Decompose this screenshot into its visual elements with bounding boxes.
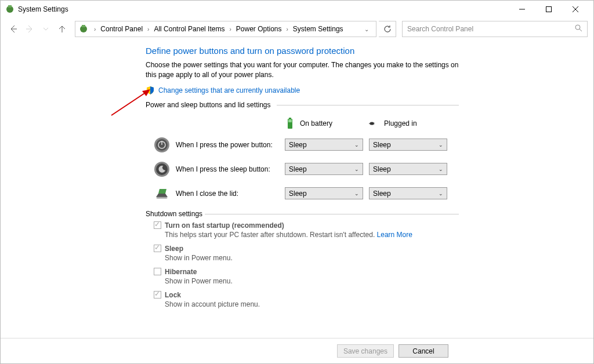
svg-rect-14 xyxy=(289,118,291,119)
change-settings-row: Change settings that are currently unava… xyxy=(146,86,459,95)
page-title: Define power buttons and turn on passwor… xyxy=(146,46,459,56)
section-shutdown: Shutdown settings xyxy=(146,210,459,218)
svg-point-11 xyxy=(575,25,580,30)
breadcrumb-item[interactable]: Power Options xyxy=(235,25,283,33)
chevron-down-icon: ⌄ xyxy=(354,166,359,172)
page-description: Choose the power settings that you want … xyxy=(146,60,459,80)
bottom-bar: Save changes Cancel xyxy=(1,338,593,363)
chevron-right-icon[interactable]: › xyxy=(145,26,151,32)
svg-rect-10 xyxy=(82,25,85,27)
svg-point-16 xyxy=(370,122,374,125)
titlebar: System Settings xyxy=(1,1,593,18)
close-lid-plugged-dropdown[interactable]: Sleep ⌄ xyxy=(369,187,447,199)
main-content: Define power buttons and turn on passwor… xyxy=(146,46,459,314)
chevron-down-icon: ⌄ xyxy=(439,166,443,172)
chevron-down-icon: ⌄ xyxy=(354,142,359,148)
power-button-battery-dropdown[interactable]: Sleep ⌄ xyxy=(285,139,363,151)
lock-item: Lock Show in account picture menu. xyxy=(154,291,459,308)
chevron-right-icon[interactable]: › xyxy=(227,26,233,32)
svg-line-25 xyxy=(111,91,148,115)
recent-button[interactable] xyxy=(39,22,53,36)
col-on-battery: On battery xyxy=(285,117,369,130)
laptop-lid-icon xyxy=(154,185,170,202)
navbar: › Control Panel › All Control Panel Item… xyxy=(1,18,593,40)
close-lid-label: When I close the lid: xyxy=(176,190,238,198)
battery-icon xyxy=(285,117,295,130)
svg-rect-3 xyxy=(546,7,552,12)
breadcrumb-item[interactable]: Control Panel xyxy=(99,25,144,33)
sleep-checkbox[interactable] xyxy=(154,245,161,252)
svg-rect-15 xyxy=(288,119,292,122)
shield-icon xyxy=(146,86,155,95)
search-icon xyxy=(575,24,582,34)
close-lid-row: When I close the lid: Sleep ⌄ Sleep ⌄ xyxy=(146,185,459,202)
cancel-button[interactable]: Cancel xyxy=(399,344,448,358)
chevron-down-icon: ⌄ xyxy=(439,191,443,196)
learn-more-link[interactable]: Learn More xyxy=(377,231,412,239)
chevron-down-icon: ⌄ xyxy=(354,191,359,196)
chevron-down-icon: ⌄ xyxy=(439,142,443,148)
sleep-button-battery-dropdown[interactable]: Sleep ⌄ xyxy=(285,163,363,175)
lock-checkbox[interactable] xyxy=(154,291,161,299)
control-panel-icon xyxy=(79,24,88,34)
address-bar[interactable]: › Control Panel › All Control Panel Item… xyxy=(75,21,376,37)
up-button[interactable] xyxy=(55,22,69,36)
power-button-plugged-dropdown[interactable]: Sleep ⌄ xyxy=(369,139,447,151)
col-plugged-in: Plugged in xyxy=(369,117,453,130)
hibernate-checkbox[interactable] xyxy=(154,268,161,275)
address-dropdown-button[interactable]: ⌄ xyxy=(361,26,372,32)
breadcrumb-item[interactable]: All Control Panel Items xyxy=(153,25,226,33)
chevron-right-icon[interactable]: › xyxy=(92,26,98,32)
hibernate-desc: Show in Power menu. xyxy=(165,277,459,285)
power-button-row: When I press the power button: Sleep ⌄ S… xyxy=(146,137,459,153)
sleep-desc: Show in Power menu. xyxy=(165,254,459,262)
svg-line-12 xyxy=(579,29,582,31)
change-settings-link[interactable]: Change settings that are currently unava… xyxy=(158,86,300,94)
app-icon xyxy=(5,5,15,14)
plug-icon xyxy=(369,117,379,130)
fast-startup-checkbox[interactable] xyxy=(154,221,161,229)
power-button-icon xyxy=(154,137,170,153)
minimize-button[interactable] xyxy=(509,1,535,18)
close-lid-battery-dropdown[interactable]: Sleep ⌄ xyxy=(285,187,363,199)
sleep-item: Sleep Show in Power menu. xyxy=(154,245,459,262)
refresh-button[interactable] xyxy=(379,21,396,37)
lock-desc: Show in account picture menu. xyxy=(165,300,459,308)
hibernate-item: Hibernate Show in Power menu. xyxy=(154,268,459,285)
svg-rect-1 xyxy=(8,5,12,8)
sleep-button-row: When I press the sleep button: Sleep ⌄ S… xyxy=(146,161,459,177)
fast-startup-desc: This helps start your PC faster after sh… xyxy=(165,231,459,239)
back-button[interactable] xyxy=(6,22,20,36)
sleep-button-icon xyxy=(154,161,170,177)
maximize-button[interactable] xyxy=(535,1,562,18)
chevron-right-icon[interactable]: › xyxy=(284,26,291,32)
forward-button[interactable] xyxy=(23,22,37,36)
section-power-buttons: Power and sleep buttons and lid settings xyxy=(146,101,459,109)
svg-rect-18 xyxy=(374,123,375,124)
power-button-label: When I press the power button: xyxy=(176,141,273,149)
save-button[interactable]: Save changes xyxy=(337,344,394,358)
sleep-button-label: When I press the sleep button: xyxy=(176,165,270,173)
window-title: System Settings xyxy=(18,5,68,13)
close-button[interactable] xyxy=(562,1,589,18)
fast-startup-item: Turn on fast startup (recommended) This … xyxy=(154,221,459,239)
lock-label: Lock xyxy=(165,291,181,299)
hibernate-label: Hibernate xyxy=(165,268,197,276)
fast-startup-label: Turn on fast startup (recommended) xyxy=(165,221,284,230)
search-input[interactable] xyxy=(407,25,575,33)
sleep-button-plugged-dropdown[interactable]: Sleep ⌄ xyxy=(369,163,447,175)
search-box[interactable] xyxy=(402,21,588,37)
breadcrumb-item[interactable]: System Settings xyxy=(292,25,345,33)
sleep-label: Sleep xyxy=(165,245,183,253)
column-headers: On battery Plugged in xyxy=(146,117,459,130)
svg-rect-17 xyxy=(374,122,375,123)
